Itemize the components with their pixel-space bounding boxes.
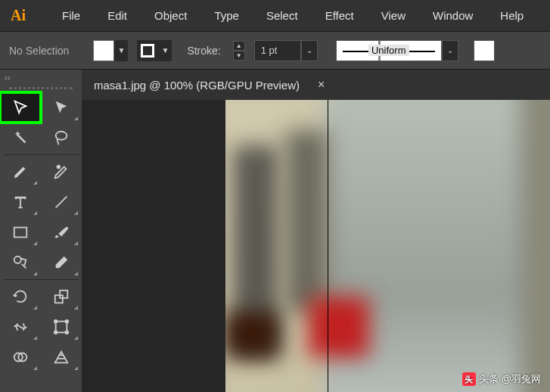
svg-rect-5 bbox=[55, 295, 63, 303]
rotate-icon bbox=[12, 288, 29, 305]
menu-object[interactable]: Object bbox=[141, 9, 200, 22]
lasso-icon bbox=[53, 129, 70, 146]
perspective-icon bbox=[53, 349, 70, 366]
scale-tool[interactable] bbox=[41, 282, 82, 312]
menu-effect[interactable]: Effect bbox=[312, 9, 368, 22]
toolbar-collapse[interactable]: ‹‹ bbox=[0, 71, 82, 85]
shape-builder-tool[interactable] bbox=[0, 342, 41, 372]
watermark-icon: 头 bbox=[462, 372, 476, 386]
perspective-tool[interactable] bbox=[41, 342, 82, 372]
control-bar: No Selection ▼ ▼ Stroke: ▲ ▼ 1 pt ⌄ Unif… bbox=[0, 32, 550, 70]
menu-select[interactable]: Select bbox=[253, 9, 312, 22]
magic-wand-icon bbox=[12, 129, 29, 146]
type-icon bbox=[12, 194, 29, 210]
paintbrush-tool[interactable] bbox=[41, 217, 82, 247]
vertical-guide[interactable] bbox=[328, 100, 328, 392]
line-tool[interactable] bbox=[41, 187, 82, 217]
rectangle-tool[interactable] bbox=[0, 217, 41, 247]
stroke-weight-value[interactable]: 1 pt bbox=[254, 40, 301, 61]
svg-point-4 bbox=[14, 257, 21, 263]
svg-point-0 bbox=[56, 132, 67, 140]
pen-icon bbox=[12, 163, 29, 180]
stroke-stepper[interactable]: ▲ ▼ bbox=[233, 41, 245, 61]
menu-help[interactable]: Help bbox=[486, 9, 537, 22]
stroke-label: Stroke: bbox=[187, 45, 220, 57]
watermark: 头 头条 @羽兔网 bbox=[462, 372, 541, 386]
svg-point-1 bbox=[57, 166, 61, 169]
stroke-color-swatch[interactable] bbox=[137, 40, 158, 61]
fill-color-swatch[interactable] bbox=[93, 40, 114, 61]
lasso-tool[interactable] bbox=[41, 123, 82, 153]
svg-rect-3 bbox=[14, 228, 27, 238]
selection-tool[interactable] bbox=[0, 92, 41, 123]
svg-point-11 bbox=[66, 331, 69, 334]
scale-icon bbox=[53, 288, 70, 305]
document-tab-close[interactable]: × bbox=[318, 78, 325, 92]
stroke-weight-dropdown[interactable]: ⌄ bbox=[301, 40, 318, 61]
pen-tool[interactable] bbox=[0, 157, 41, 187]
menu-edit[interactable]: Edit bbox=[94, 9, 141, 22]
svg-line-2 bbox=[56, 197, 67, 208]
shaper-icon bbox=[12, 254, 29, 271]
stroke-profile-dropdown[interactable]: ⌄ bbox=[442, 40, 458, 61]
canvas-image bbox=[225, 100, 550, 392]
menu-type[interactable]: Type bbox=[200, 9, 253, 22]
document-tab-title[interactable]: masa1.jpg @ 100% (RGB/GPU Preview) bbox=[94, 79, 300, 92]
rotate-tool[interactable] bbox=[0, 282, 41, 312]
watermark-text: @羽兔网 bbox=[502, 372, 541, 386]
svg-rect-6 bbox=[60, 291, 67, 298]
line-icon bbox=[53, 194, 70, 210]
menu-bar: Ai File Edit Object Type Select Effect V… bbox=[0, 0, 550, 32]
width-tool[interactable] bbox=[0, 312, 41, 342]
menu-view[interactable]: View bbox=[368, 9, 419, 22]
brush-definition[interactable] bbox=[474, 40, 495, 61]
paintbrush-icon bbox=[53, 224, 70, 241]
document-area: masa1.jpg @ 100% (RGB/GPU Preview) × 头 头… bbox=[82, 70, 550, 392]
svg-rect-7 bbox=[56, 322, 67, 333]
direct-selection-icon bbox=[53, 99, 70, 116]
svg-point-8 bbox=[54, 320, 57, 323]
stroke-down[interactable]: ▼ bbox=[233, 51, 245, 61]
menu-file[interactable]: File bbox=[48, 9, 94, 22]
logo-text: Ai bbox=[11, 7, 26, 24]
type-tool[interactable] bbox=[0, 187, 41, 217]
fill-dropdown[interactable]: ▼ bbox=[114, 40, 128, 61]
shaper-tool[interactable] bbox=[0, 247, 41, 278]
document-tab-bar: masa1.jpg @ 100% (RGB/GPU Preview) × bbox=[82, 70, 550, 100]
selection-info: No Selection bbox=[9, 45, 69, 57]
toolbar-grip[interactable] bbox=[9, 85, 73, 89]
watermark-prefix: 头条 bbox=[479, 372, 499, 386]
eraser-tool[interactable] bbox=[41, 247, 82, 278]
stroke-color-dropdown[interactable]: ▼ bbox=[158, 40, 172, 61]
app-logo: Ai bbox=[6, 4, 30, 28]
free-transform-icon bbox=[53, 319, 70, 335]
stroke-up[interactable]: ▲ bbox=[233, 41, 245, 51]
stroke-profile[interactable]: Uniform bbox=[336, 40, 442, 61]
direct-selection-tool[interactable] bbox=[41, 92, 82, 123]
selection-arrow-icon bbox=[12, 99, 29, 116]
shape-builder-icon bbox=[12, 349, 29, 366]
toolbar: ‹‹ bbox=[0, 70, 82, 392]
workspace: ‹‹ bbox=[0, 70, 550, 392]
width-icon bbox=[12, 319, 29, 335]
rectangle-icon bbox=[12, 224, 29, 241]
eraser-icon bbox=[53, 254, 70, 271]
stroke-profile-label: Uniform bbox=[368, 45, 409, 56]
menu-window[interactable]: Window bbox=[419, 9, 486, 22]
magic-wand-tool[interactable] bbox=[0, 123, 41, 153]
svg-point-9 bbox=[66, 320, 69, 323]
curvature-tool[interactable] bbox=[41, 157, 82, 187]
free-transform-tool[interactable] bbox=[41, 312, 82, 342]
canvas[interactable]: 头 头条 @羽兔网 bbox=[225, 100, 550, 392]
curvature-icon bbox=[53, 163, 70, 180]
svg-point-10 bbox=[54, 331, 57, 334]
